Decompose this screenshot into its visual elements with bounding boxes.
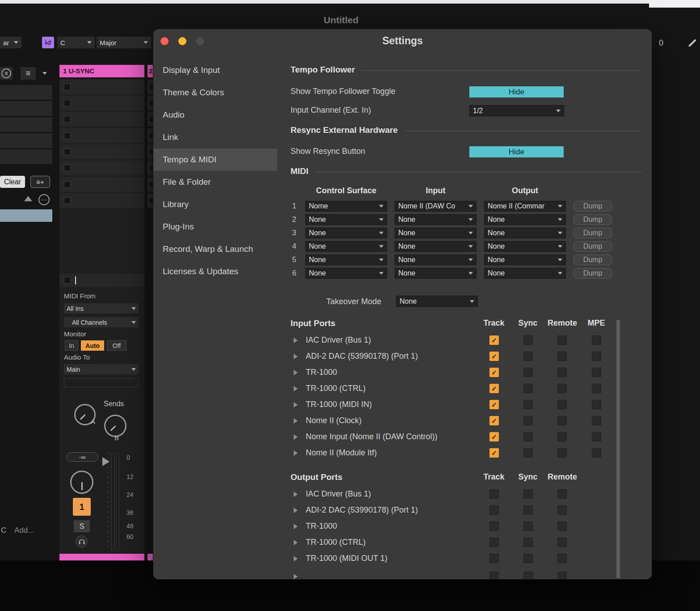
expand-triangle-icon[interactable]: [294, 402, 298, 407]
midi-output-select[interactable]: None: [484, 228, 566, 238]
audio-to-selector[interactable]: Main: [64, 364, 139, 374]
midi-channel-selector[interactable]: All Channels: [64, 317, 139, 327]
control-surface-select[interactable]: None: [305, 268, 387, 279]
root-note-selector[interactable]: C: [57, 37, 95, 48]
sync-checkbox[interactable]: [523, 416, 533, 425]
remote-checkbox[interactable]: [557, 538, 567, 547]
remote-checkbox[interactable]: [557, 352, 567, 361]
sync-checkbox[interactable]: [523, 505, 533, 515]
overflow-menu-button[interactable]: ···: [38, 194, 50, 205]
track-checkbox[interactable]: [489, 335, 499, 345]
midi-input-select[interactable]: None: [395, 255, 477, 265]
clip-slot[interactable]: [148, 96, 153, 110]
sync-checkbox[interactable]: [523, 335, 533, 345]
track-checkbox[interactable]: [489, 416, 499, 425]
track-activator-button[interactable]: 1: [73, 498, 91, 516]
clip-slot[interactable]: [59, 128, 144, 143]
expand-triangle-icon[interactable]: [294, 524, 298, 529]
stop-all-clips-button[interactable]: ×: [0, 67, 13, 80]
mpe-checkbox[interactable]: [592, 448, 601, 458]
key-signature-button[interactable]: ♭♯: [42, 37, 54, 48]
control-surface-select[interactable]: Nome: [305, 201, 387, 212]
midi-output-select[interactable]: None: [484, 268, 566, 279]
expand-triangle-icon[interactable]: [294, 338, 298, 343]
clip-slot[interactable]: [148, 112, 153, 127]
sync-checkbox[interactable]: [523, 448, 533, 458]
clip-slot[interactable]: [148, 161, 153, 175]
control-surface-select[interactable]: None: [305, 255, 387, 265]
clip-slot[interactable]: [59, 193, 144, 208]
mpe-checkbox[interactable]: [592, 368, 601, 377]
sync-checkbox[interactable]: [523, 400, 533, 409]
expand-triangle-icon[interactable]: [294, 574, 298, 579]
clip-slot[interactable]: [59, 112, 144, 127]
clear-button[interactable]: Clear: [0, 176, 25, 188]
control-surface-select[interactable]: None: [305, 214, 387, 225]
track2-header[interactable]: 2: [148, 65, 153, 77]
resync-hide-button[interactable]: Hide: [469, 146, 564, 157]
dump-button[interactable]: Dump: [573, 268, 612, 279]
scene-slot[interactable]: [0, 85, 52, 100]
expand-triangle-icon[interactable]: [294, 540, 298, 545]
midi-output-select[interactable]: None: [484, 241, 566, 252]
mpe-checkbox[interactable]: [592, 400, 601, 409]
sync-checkbox[interactable]: [523, 432, 533, 441]
midi-input-select[interactable]: None: [395, 214, 477, 225]
expand-triangle-icon[interactable]: [294, 370, 298, 375]
remote-checkbox[interactable]: [557, 554, 567, 563]
monitor-off-button[interactable]: Off: [107, 340, 127, 351]
remote-checkbox[interactable]: [557, 400, 567, 409]
remote-checkbox[interactable]: [557, 522, 567, 531]
tempo-follower-hide-button[interactable]: Hide: [469, 86, 564, 98]
dump-button[interactable]: Dump: [573, 201, 612, 212]
dump-button[interactable]: Dump: [573, 255, 612, 265]
track-checkbox[interactable]: [489, 522, 499, 531]
track-checkbox[interactable]: [489, 572, 499, 579]
sync-checkbox[interactable]: [523, 572, 533, 579]
sync-checkbox[interactable]: [523, 384, 533, 393]
track-checkbox[interactable]: [489, 489, 499, 499]
mpe-checkbox[interactable]: [592, 335, 601, 345]
sync-checkbox[interactable]: [523, 489, 533, 499]
remote-checkbox[interactable]: [557, 572, 567, 579]
monitor-auto-button[interactable]: Auto: [81, 340, 104, 351]
clip-slot[interactable]: [59, 80, 144, 94]
filter-expand-button[interactable]: [39, 67, 50, 80]
dump-button[interactable]: Dump: [573, 228, 612, 238]
clip-slot[interactable]: [148, 80, 153, 94]
sidebar-item-audio[interactable]: Audio: [153, 104, 277, 126]
remote-checkbox[interactable]: [557, 432, 567, 441]
sidebar-item-tempo-midi[interactable]: Tempo & MIDI: [153, 149, 277, 171]
sync-checkbox[interactable]: [523, 538, 533, 547]
takeover-mode-select[interactable]: None: [396, 296, 478, 307]
midi-output-select[interactable]: None: [484, 255, 566, 265]
track1-header[interactable]: 1 U-SYNC: [59, 65, 144, 77]
clip-slot[interactable]: [59, 177, 144, 192]
scene-slot[interactable]: [0, 101, 52, 116]
mpe-checkbox[interactable]: [592, 352, 601, 361]
draw-mode-button[interactable]: [687, 38, 698, 48]
remote-checkbox[interactable]: [557, 448, 567, 458]
bar-length-selector[interactable]: ar: [0, 37, 21, 48]
clip-name-input-slot[interactable]: [59, 274, 144, 287]
scale-selector[interactable]: Major: [97, 37, 151, 48]
mpe-checkbox[interactable]: [592, 384, 601, 393]
midi-input-select[interactable]: None: [395, 228, 477, 238]
selected-scene-row[interactable]: [0, 209, 52, 222]
sync-checkbox[interactable]: [523, 554, 533, 563]
sync-checkbox[interactable]: [523, 522, 533, 531]
midi-output-select[interactable]: None: [484, 214, 566, 225]
add-track-label[interactable]: Add...: [14, 526, 34, 535]
monitor-in-button[interactable]: In: [65, 340, 78, 351]
cue-button[interactable]: [76, 535, 88, 547]
remote-checkbox[interactable]: [557, 368, 567, 377]
remote-checkbox[interactable]: [557, 384, 567, 393]
expand-triangle-icon[interactable]: [294, 386, 298, 391]
expand-triangle-icon[interactable]: [294, 508, 298, 513]
sidebar-item-file-folder[interactable]: File & Folder: [153, 171, 277, 193]
scene-slot[interactable]: [0, 149, 52, 164]
output-channel-box[interactable]: [64, 378, 139, 387]
track-checkbox[interactable]: [489, 448, 499, 458]
pan-knob[interactable]: [70, 471, 93, 494]
track-checkbox[interactable]: [489, 554, 499, 563]
